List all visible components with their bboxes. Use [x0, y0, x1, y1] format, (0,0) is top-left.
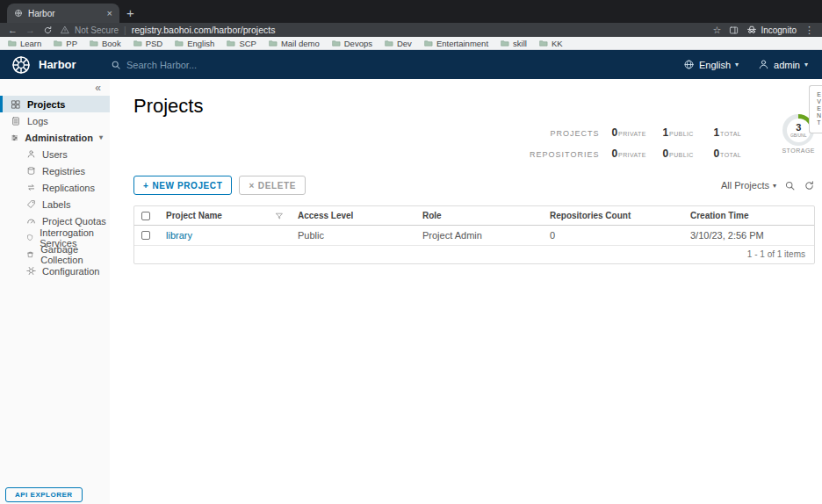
harbor-favicon-icon — [14, 9, 23, 18]
filter-funnel-icon[interactable] — [275, 212, 284, 220]
administration-icon — [11, 133, 18, 143]
storage-value: 3 — [796, 123, 801, 133]
select-all-checkbox[interactable] — [141, 212, 150, 220]
forward-icon[interactable]: → — [25, 25, 35, 35]
bookmark-item[interactable]: Book — [90, 39, 121, 48]
column-header[interactable]: Project Name — [166, 211, 222, 220]
column-header[interactable]: Repositories Count — [543, 206, 683, 225]
column-header[interactable]: Creation Time — [683, 206, 814, 225]
refresh-icon[interactable] — [804, 180, 815, 191]
harbor-logo-icon — [11, 54, 32, 76]
public-label: PUBLIC — [669, 152, 694, 158]
sidebar-collapse-icon[interactable]: « — [0, 79, 110, 96]
sidebar-item-replications[interactable]: Replications — [0, 179, 110, 196]
chevron-down-icon: ▾ — [804, 61, 808, 68]
folder-icon — [54, 39, 62, 47]
sidebar-item-garbage-collection[interactable]: Garbage Collection — [0, 246, 110, 263]
folder-icon — [385, 39, 393, 47]
replications-icon — [26, 183, 36, 192]
creation-time-cell: 3/10/23, 2:56 PM — [683, 226, 814, 245]
bookmark-label: Dev — [397, 39, 412, 48]
column-header[interactable]: Access Level — [291, 206, 415, 225]
user-label: admin — [774, 60, 800, 70]
bookmark-item[interactable]: PP — [54, 39, 77, 48]
delete-button[interactable]: × DELETE — [239, 176, 306, 195]
sidebar-item-logs[interactable]: Logs — [0, 112, 110, 129]
bookmark-item[interactable]: Learn — [8, 39, 41, 48]
sidebar-group-administration[interactable]: Administration ▾ — [0, 129, 110, 146]
sidebar-item-projects[interactable]: Projects — [0, 96, 110, 112]
projects-toolbar: + NEW PROJECT × DELETE All Projects ▾ — [133, 176, 815, 195]
projects-summary-row: PROJECTS 0PRIVATE 1PUBLIC 1TOTAL — [525, 126, 764, 139]
column-header[interactable]: Role — [415, 206, 543, 225]
new-tab-button[interactable]: + — [126, 5, 134, 20]
summary-panel: PROJECTS 0PRIVATE 1PUBLIC 1TOTAL REPOSIT… — [525, 114, 815, 160]
bookmark-item[interactable]: Entertainment — [424, 39, 488, 48]
bookmark-label: Mail demo — [281, 39, 320, 48]
bookmark-item[interactable]: PSD — [133, 39, 163, 48]
side-panel-icon[interactable] — [729, 25, 739, 35]
search-icon — [111, 60, 121, 70]
tab-close-icon[interactable]: × — [107, 8, 112, 18]
reload-icon[interactable] — [43, 25, 53, 35]
storage-unit: GB/UNL — [790, 133, 807, 138]
bookmark-item[interactable]: Dev — [385, 39, 412, 48]
folder-icon — [133, 39, 142, 47]
security-label[interactable]: Not Secure — [75, 25, 119, 35]
folder-icon — [90, 39, 98, 47]
bookmark-label: Learn — [20, 39, 41, 48]
bookmark-star-icon[interactable]: ☆ — [713, 25, 722, 35]
repos-public-count: 0 — [662, 148, 668, 160]
storage-label: STORAGE — [782, 148, 815, 154]
bookmark-label: PP — [66, 39, 77, 48]
folder-icon — [332, 39, 341, 47]
project-link[interactable]: library — [166, 230, 192, 241]
search-input[interactable] — [126, 60, 390, 70]
omnibox-divider: | — [124, 25, 126, 35]
bookmark-item[interactable]: English — [175, 39, 214, 48]
trash-icon — [26, 249, 34, 259]
sidebar-item-configuration[interactable]: Configuration — [0, 263, 110, 279]
table-row: library Public Project Admin 0 3/10/23, … — [134, 226, 814, 245]
browser-tab-strip: Harbor × + — [0, 0, 822, 23]
projects-table: Project Name Access Level Role Repositor… — [133, 205, 815, 264]
labels-tag-icon — [26, 199, 36, 209]
bookmark-item[interactable]: Devops — [332, 39, 372, 48]
sidebar-item-label: Project Quotas — [42, 216, 106, 227]
users-icon — [26, 149, 36, 159]
folder-icon — [269, 39, 278, 47]
bookmark-item[interactable]: skill — [501, 39, 527, 48]
bookmark-item[interactable]: SCP — [227, 39, 256, 48]
url-text[interactable]: registry.baohoi.com/harbor/projects — [132, 25, 276, 35]
projects-private-count: 0 — [611, 126, 617, 139]
new-project-label: NEW PROJECT — [152, 181, 222, 191]
sidebar-item-registries[interactable]: Registries — [0, 162, 110, 179]
sidebar-item-labels[interactable]: Labels — [0, 196, 110, 212]
global-search[interactable] — [111, 60, 683, 70]
harbor-brand[interactable]: Harbor — [11, 54, 105, 76]
user-icon — [758, 59, 769, 70]
browser-address-bar: ← → Not Secure | registry.baohoi.com/har… — [0, 23, 822, 37]
language-menu[interactable]: English ▾ — [683, 59, 739, 70]
new-project-button[interactable]: + NEW PROJECT — [133, 176, 232, 195]
sidebar-item-users[interactable]: Users — [0, 146, 110, 162]
back-icon[interactable]: ← — [8, 25, 18, 35]
grid-search-icon[interactable] — [784, 180, 796, 191]
shield-icon — [26, 233, 33, 242]
bookmark-label: KK — [552, 39, 563, 48]
chrome-menu-icon[interactable]: ⋮ — [804, 25, 814, 35]
table-header-row: Project Name Access Level Role Repositor… — [134, 206, 814, 226]
api-explorer-button[interactable]: API EXPLORER — [5, 487, 83, 502]
x-icon: × — [249, 181, 254, 191]
role-cell: Project Admin — [415, 226, 543, 245]
omnibox[interactable]: Not Secure | registry.baohoi.com/harbor/… — [61, 25, 705, 35]
bookmark-item[interactable]: Mail demo — [269, 39, 320, 48]
total-label: TOTAL — [720, 131, 741, 137]
user-menu[interactable]: admin ▾ — [758, 59, 808, 70]
row-checkbox[interactable] — [141, 231, 150, 240]
folder-icon — [539, 39, 548, 47]
bookmark-item[interactable]: KK — [539, 39, 563, 48]
browser-tab[interactable]: Harbor × — [7, 4, 119, 23]
event-log-tab[interactable]: EVENT — [809, 85, 822, 133]
project-filter-dropdown[interactable]: All Projects ▾ — [721, 180, 776, 191]
